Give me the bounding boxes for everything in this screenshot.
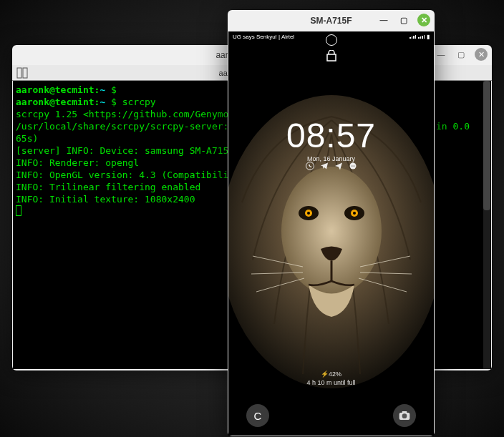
- battery-eta: 4 h 10 m until full: [228, 378, 434, 387]
- lockscreen-clock: 08:57 Mon, 16 January: [228, 116, 434, 162]
- message-icon[interactable]: [349, 162, 357, 172]
- battery-percentage: ⚡42%: [228, 370, 434, 378]
- minimize-button[interactable]: —: [377, 14, 390, 26]
- close-button[interactable]: ✕: [475, 48, 488, 61]
- terminal-scrollbar[interactable]: [483, 81, 490, 369]
- status-bar: UG says Senkyu! | Airtel ▮: [233, 34, 430, 40]
- lockscreen-dock: C: [228, 404, 434, 427]
- clock-time: 08:57: [228, 116, 434, 155]
- camera-app-shortcut[interactable]: [393, 404, 416, 427]
- battery-info: ⚡42% 4 h 10 m until full: [228, 370, 434, 387]
- command-text: scrcpy: [122, 97, 156, 107]
- maximize-button[interactable]: ▢: [397, 14, 410, 26]
- scrcpy-window-title: SM-A715F: [310, 16, 352, 26]
- send-icon[interactable]: [334, 162, 343, 172]
- phone-app-shortcut[interactable]: C: [246, 404, 269, 427]
- svg-point-8: [307, 212, 310, 215]
- svg-point-19: [352, 165, 353, 166]
- phone-screen[interactable]: UG says Senkyu! | Airtel ▮ 08:57 Mon, 16…: [228, 31, 434, 436]
- svg-point-18: [351, 165, 352, 166]
- scrcpy-titlebar[interactable]: SM-A715F — ▢ ✕: [228, 10, 435, 31]
- whatsapp-icon[interactable]: [306, 162, 314, 172]
- camera-hole-icon: [326, 34, 337, 46]
- battery-icon: ▮: [427, 34, 430, 40]
- signal-icon: [410, 35, 416, 39]
- lock-icon[interactable]: [326, 50, 336, 64]
- svg-point-9: [353, 212, 356, 215]
- terminal-cursor: [16, 205, 21, 216]
- scrcpy-window: SM-A715F — ▢ ✕: [228, 10, 435, 436]
- signal-icon: [418, 35, 425, 39]
- maximize-button[interactable]: ▢: [455, 48, 467, 61]
- notification-icons[interactable]: [228, 162, 434, 172]
- svg-rect-22: [402, 411, 407, 413]
- camera-icon: [399, 411, 410, 421]
- minimize-button[interactable]: —: [435, 48, 447, 61]
- telegram-icon[interactable]: [320, 162, 329, 172]
- prompt-user: aaronk@tecmint: [16, 84, 94, 95]
- svg-point-23: [402, 413, 407, 418]
- carrier-text: UG says Senkyu! | Airtel: [233, 34, 294, 40]
- close-button[interactable]: ✕: [417, 14, 430, 26]
- svg-point-20: [354, 165, 354, 166]
